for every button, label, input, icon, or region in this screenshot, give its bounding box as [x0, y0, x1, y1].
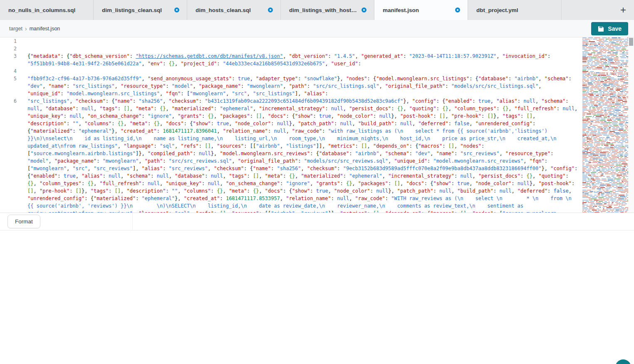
save-button-label: Save: [608, 25, 622, 32]
tab-label: dim_listings_with_hosts.sql: [289, 7, 358, 13]
code-text: [27, 37, 582, 45]
unsaved-changes-icon: [362, 7, 367, 12]
tab-manifest-json[interactable]: manifest.json: [374, 0, 468, 20]
new-tab-button[interactable]: +: [615, 0, 632, 20]
line-number: 3: [0, 52, 17, 60]
tab-label: dim_listings_clean.sql: [102, 7, 162, 13]
code-line[interactable]: 2: [0, 45, 582, 52]
code-line[interactable]: 6"src_listings", "checksum": {"name": "s…: [0, 97, 582, 213]
code-editor[interactable]: 1 2 3{"metadata": {"dbt_schema_version":…: [0, 37, 582, 213]
chevron-right-icon: ›: [25, 25, 27, 32]
tab-no-nulls-in-columns-sql[interactable]: no_nulls_in_columns.sql: [0, 0, 94, 20]
help-widget-button[interactable]: [615, 359, 631, 364]
ide-window: no_nulls_in_columns.sql dim_listings_cle…: [0, 0, 634, 364]
code-line[interactable]: 5"fbb9f3c2-cf96-4a17-b736-976a62d35ff9",…: [0, 75, 582, 97]
scrollbar[interactable]: [628, 37, 634, 213]
unsaved-changes-icon: [174, 7, 179, 12]
code-text: [27, 45, 582, 52]
line-number: 1: [0, 37, 17, 45]
breadcrumb-file: manifest.json: [30, 26, 60, 32]
bottom-panel: Format: [0, 213, 634, 230]
unsaved-changes-icon: [455, 7, 460, 12]
line-number: 5: [0, 75, 17, 82]
breadcrumb-bar: target › manifest.json Save: [0, 20, 634, 37]
code-line[interactable]: 3{"metadata": {"dbt_schema_version": "ht…: [0, 52, 582, 67]
tab-label: dbt_project.yml: [476, 7, 518, 13]
panel-divider: [132, 213, 133, 230]
tab-label: manifest.json: [383, 7, 419, 13]
save-button[interactable]: Save: [591, 22, 628, 35]
tab-dim-listings-clean-sql[interactable]: dim_listings_clean.sql: [94, 0, 187, 20]
tab-bar: no_nulls_in_columns.sql dim_listings_cle…: [0, 0, 634, 20]
code-text: [27, 67, 582, 75]
breadcrumb-folder: target: [9, 26, 22, 32]
tab-dim-listings-with-hosts-sql[interactable]: dim_listings_with_hosts.sql: [281, 0, 374, 20]
save-icon: [598, 26, 604, 32]
code-text: {"metadata": {"dbt_schema_version": "htt…: [27, 52, 582, 67]
scrollbar-thumb[interactable]: [629, 38, 633, 46]
code-text: "fbb9f3c2-cf96-4a17-b736-976a62d35ff9", …: [27, 75, 582, 97]
code-text: "src_listings", "checksum": {"name": "sh…: [27, 97, 582, 213]
format-button[interactable]: Format: [7, 215, 40, 228]
line-number: 2: [0, 45, 17, 52]
tab-label: dim_hosts_clean.sql: [196, 7, 251, 13]
code-line[interactable]: 1: [0, 37, 582, 45]
tab-dbt-project-yml[interactable]: dbt_project.yml: [468, 0, 562, 20]
code-line[interactable]: 4: [0, 67, 582, 75]
tab-dim-hosts-clean-sql[interactable]: dim_hosts_clean.sql: [187, 0, 281, 20]
minimap[interactable]: [582, 37, 628, 213]
unsaved-changes-icon: [268, 7, 273, 12]
line-number: 6: [0, 97, 17, 105]
breadcrumb: target › manifest.json: [0, 25, 60, 32]
tab-label: no_nulls_in_columns.sql: [8, 7, 75, 13]
line-number: 4: [0, 67, 17, 75]
